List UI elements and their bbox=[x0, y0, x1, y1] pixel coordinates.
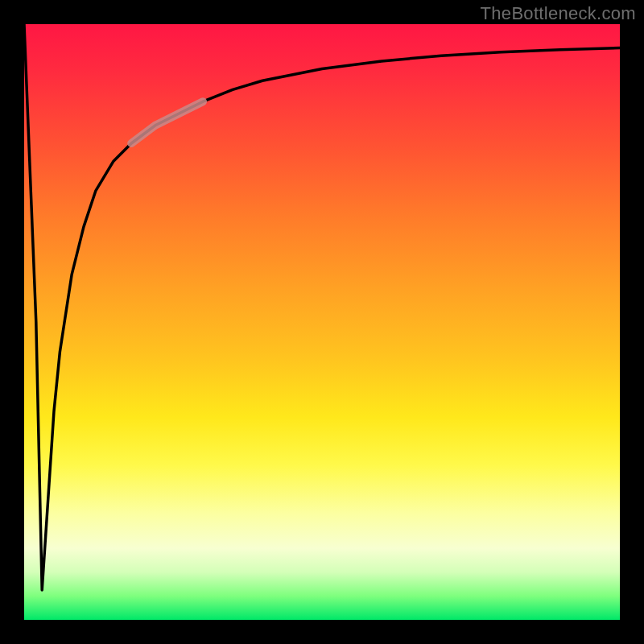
highlight-segment bbox=[131, 101, 203, 143]
bottleneck-curve bbox=[24, 24, 620, 590]
watermark-text: TheBottleneck.com bbox=[481, 3, 636, 24]
plot-area bbox=[24, 24, 620, 620]
curve-layer bbox=[24, 24, 620, 620]
chart-frame: TheBottleneck.com bbox=[0, 0, 644, 644]
